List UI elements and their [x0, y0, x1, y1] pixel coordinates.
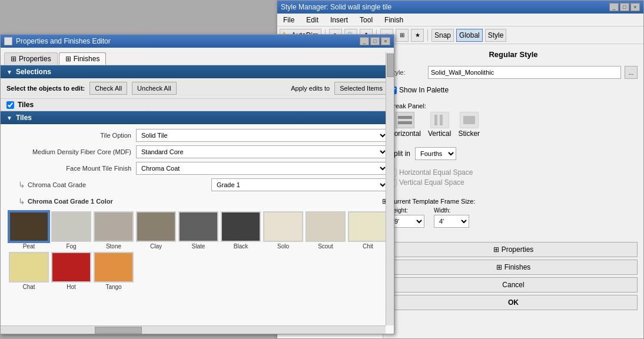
selections-header: ▼ Selections: [1, 65, 394, 78]
width-select[interactable]: 4': [434, 215, 469, 228]
sm-finishes-button[interactable]: ⊞ Finishes: [389, 260, 638, 275]
swatch-label-chit: Chit: [363, 243, 373, 250]
svg-rect-1: [398, 121, 412, 124]
svg-rect-2: [434, 115, 437, 125]
window-controls: _ □ ×: [609, 3, 640, 11]
menu-edit[interactable]: Edit: [304, 15, 321, 25]
swatch-scout[interactable]: Scout: [306, 211, 346, 250]
sm-ok-button[interactable]: OK: [389, 295, 638, 310]
tile-option-label: Tile Option: [6, 132, 136, 139]
pfe-window: Properties and Finishes Editor _ □ × ⊞ P…: [0, 34, 394, 334]
swatch-label-slate: Slate: [192, 243, 205, 250]
minimize-button[interactable]: _: [609, 3, 619, 11]
toolbar-snap[interactable]: Snap: [431, 29, 454, 42]
chroma-grade-arrow-icon: ↳: [18, 180, 25, 190]
mdf-select[interactable]: Standard Core: [136, 145, 388, 158]
toolbar-global[interactable]: Global: [456, 29, 483, 42]
properties-icon: ⊞: [493, 245, 499, 254]
swatch-chit[interactable]: Chit: [348, 211, 388, 250]
svg-rect-4: [463, 116, 475, 124]
swatch-slate[interactable]: Slate: [178, 211, 218, 250]
check-all-button[interactable]: Check All: [89, 82, 127, 95]
tiles-content: Tile Option Solid Tile Medium Density Fi…: [1, 124, 394, 334]
break-panel-label: Break Panel:: [389, 102, 638, 109]
style-label: Style:: [389, 69, 424, 76]
swatch-black[interactable]: Black: [221, 211, 261, 250]
swatch-peat[interactable]: Peat: [9, 211, 49, 250]
swatch-hot[interactable]: Hot: [51, 252, 91, 290]
regular-style-title: Regular Style: [389, 50, 638, 59]
swatch-label-solo: Solo: [277, 243, 289, 250]
pfe-main-content: ▼ Selections Select the objects to edit:…: [1, 65, 394, 334]
menu-finish[interactable]: Finish: [382, 15, 406, 25]
svg-rect-0: [398, 116, 412, 119]
toolbar-icon1[interactable]: ⊞: [396, 29, 409, 42]
tab-properties[interactable]: ⊞ Properties: [4, 52, 58, 65]
horizontal-icon: [396, 112, 414, 128]
chroma-grade-select[interactable]: Grade 1: [211, 178, 388, 191]
pfe-icon: [4, 37, 12, 45]
swatch-tango[interactable]: Tango: [94, 252, 134, 290]
h-equal-space-label: Horizontal Equal Space: [399, 168, 473, 177]
pfe-scroll-thumb[interactable]: [387, 54, 394, 77]
face-mount-row: Face Mount Tile Finish Chroma Coat: [6, 162, 388, 175]
sticker-label: Sticker: [458, 129, 480, 138]
height-select[interactable]: 9': [389, 215, 424, 228]
tiles-collapse-icon[interactable]: ▼: [6, 115, 12, 121]
equal-space-group: Horizontal Equal Space Vertical Equal Sp…: [389, 168, 638, 188]
swatch-color-peat: [9, 211, 49, 242]
chroma-grade-label: Chroma Coat Grade: [28, 181, 91, 188]
toolbar-star[interactable]: ★: [411, 29, 424, 42]
swatch-color-chat: [9, 252, 49, 282]
pfe-titlebar: Properties and Finishes Editor _ □ ×: [1, 35, 394, 48]
selections-bar: Select the objects to edit: Check All Un…: [1, 78, 394, 99]
sm-properties-button[interactable]: ⊞ Properties: [389, 242, 638, 257]
swatch-color-chit: [348, 211, 388, 242]
style-input[interactable]: [428, 66, 621, 79]
h-scroll-thumb[interactable]: [95, 327, 142, 334]
style-dots-button[interactable]: ...: [625, 66, 638, 79]
sm-bottom-buttons: ⊞ Properties ⊞ Finishes Cancel OK: [389, 242, 638, 310]
toolbar-style[interactable]: Style: [485, 29, 507, 42]
swatch-stone[interactable]: Stone: [94, 211, 134, 250]
break-sticker[interactable]: Sticker: [458, 112, 480, 138]
break-vertical[interactable]: Vertical: [428, 112, 451, 138]
menu-file[interactable]: File: [281, 15, 297, 25]
selected-items-button[interactable]: Selected Items: [334, 82, 388, 95]
menu-bar: File Edit Insert Tool Finish: [277, 14, 643, 26]
chroma-color-arrow-icon: ↳: [18, 197, 25, 206]
swatch-solo[interactable]: Solo: [263, 211, 303, 250]
menu-tool[interactable]: Tool: [357, 15, 375, 25]
sm-cancel-button[interactable]: Cancel: [389, 277, 638, 293]
width-field: Width: 4': [434, 207, 469, 228]
h-equal-space-row: Horizontal Equal Space: [389, 168, 638, 177]
swatch-clay[interactable]: Clay: [136, 211, 176, 250]
tab-finishes[interactable]: ⊞ Finishes: [59, 52, 107, 65]
selections-collapse-icon[interactable]: ▼: [6, 69, 12, 75]
swatch-label-chat: Chat: [22, 284, 35, 290]
face-mount-label: Face Mount Tile Finish: [6, 165, 136, 172]
swatch-chat[interactable]: Chat: [9, 252, 49, 290]
horizontal-scrollbar[interactable]: [1, 325, 386, 334]
pfe-close-button[interactable]: ×: [381, 37, 390, 45]
pfe-minimize-button[interactable]: _: [360, 37, 369, 45]
swatch-color-stone: [94, 211, 134, 242]
break-panel-icons: Horizontal Vertical: [389, 112, 638, 138]
face-mount-select[interactable]: Chroma Coat: [136, 162, 388, 175]
pfe-vertical-scrollbar[interactable]: [386, 52, 394, 325]
menu-insert[interactable]: Insert: [328, 15, 350, 25]
height-field: Height: 9': [389, 207, 424, 228]
properties-tab-icon: ⊞: [11, 55, 16, 63]
frame-size-title: Current Template Frame Size:: [389, 198, 638, 205]
chroma-grade-indent: ↳ Chroma Coat Grade: [6, 180, 91, 190]
tiles-checkbox[interactable]: [6, 101, 14, 109]
pfe-maximize-button[interactable]: □: [370, 37, 380, 45]
split-select[interactable]: Fourths: [415, 147, 456, 160]
width-label: Width:: [434, 207, 469, 214]
swatch-fog[interactable]: Fog: [51, 211, 91, 250]
maximize-button[interactable]: □: [620, 3, 629, 11]
swatch-color-tango: [94, 252, 134, 282]
close-button[interactable]: ×: [630, 3, 640, 11]
uncheck-all-button[interactable]: Uncheck All: [132, 82, 176, 95]
tile-option-select[interactable]: Solid Tile: [136, 129, 388, 142]
